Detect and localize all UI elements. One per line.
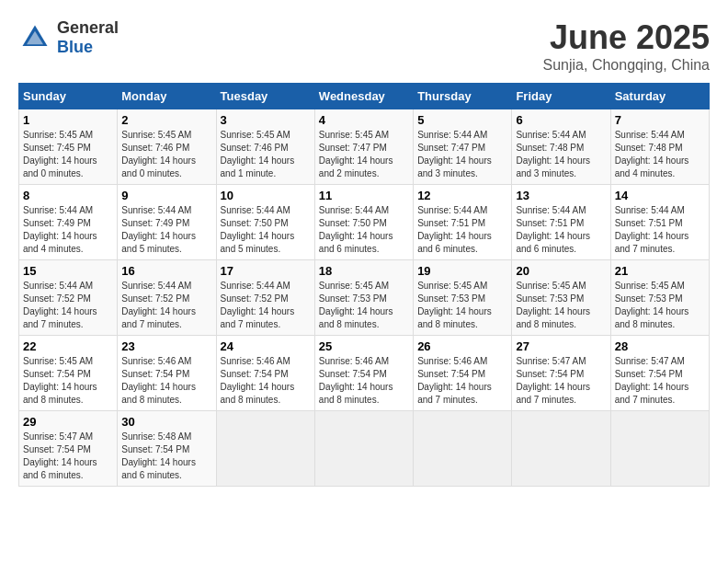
day-number: 6 [516, 113, 606, 127]
day-cell: 2 Sunrise: 5:45 AM Sunset: 7:46 PM Dayli… [118, 109, 216, 185]
day-number: 30 [121, 415, 211, 429]
day-cell: 19 Sunrise: 5:45 AM Sunset: 7:53 PM Dayl… [414, 260, 512, 336]
day-cell: 14 Sunrise: 5:44 AM Sunset: 7:51 PM Dayl… [610, 185, 709, 260]
day-number: 26 [417, 339, 507, 353]
day-number: 25 [319, 339, 409, 353]
table-row: 22 Sunrise: 5:45 AM Sunset: 7:54 PM Dayl… [19, 336, 710, 411]
month-title: June 2025 [543, 18, 710, 57]
calendar-table: Sunday Monday Tuesday Wednesday Thursday… [18, 83, 710, 487]
day-cell: 6 Sunrise: 5:44 AM Sunset: 7:48 PM Dayli… [512, 109, 610, 185]
day-cell: 12 Sunrise: 5:44 AM Sunset: 7:51 PM Dayl… [414, 185, 512, 260]
day-cell: 30 Sunrise: 5:48 AM Sunset: 7:54 PM Dayl… [118, 411, 216, 487]
day-cell: 9 Sunrise: 5:44 AM Sunset: 7:49 PM Dayli… [118, 185, 216, 260]
day-number: 18 [319, 264, 409, 278]
day-info: Sunrise: 5:45 AM Sunset: 7:46 PM Dayligh… [121, 129, 211, 180]
day-number: 16 [121, 264, 211, 278]
day-info: Sunrise: 5:44 AM Sunset: 7:49 PM Dayligh… [121, 204, 211, 256]
day-cell: 4 Sunrise: 5:45 AM Sunset: 7:47 PM Dayli… [314, 109, 413, 185]
day-cell: 26 Sunrise: 5:46 AM Sunset: 7:54 PM Dayl… [414, 336, 512, 411]
day-info: Sunrise: 5:45 AM Sunset: 7:54 PM Dayligh… [23, 355, 113, 407]
day-info: Sunrise: 5:47 AM Sunset: 7:54 PM Dayligh… [23, 431, 113, 482]
empty-cell [610, 411, 709, 487]
day-info: Sunrise: 5:46 AM Sunset: 7:54 PM Dayligh… [221, 355, 311, 407]
day-number: 19 [417, 264, 507, 278]
day-cell: 8 Sunrise: 5:44 AM Sunset: 7:49 PM Dayli… [19, 185, 118, 260]
day-cell: 13 Sunrise: 5:44 AM Sunset: 7:51 PM Dayl… [512, 185, 610, 260]
header-saturday: Saturday [610, 84, 709, 109]
day-number: 5 [417, 113, 507, 127]
location-title: Sunjia, Chongqing, China [543, 57, 710, 74]
table-row: 29 Sunrise: 5:47 AM Sunset: 7:54 PM Dayl… [19, 411, 710, 487]
empty-cell [414, 411, 512, 487]
day-number: 10 [221, 189, 311, 202]
day-info: Sunrise: 5:44 AM Sunset: 7:49 PM Dayligh… [23, 204, 113, 256]
day-number: 14 [615, 189, 705, 202]
day-number: 28 [615, 339, 705, 353]
day-info: Sunrise: 5:47 AM Sunset: 7:54 PM Dayligh… [615, 355, 705, 407]
day-info: Sunrise: 5:46 AM Sunset: 7:54 PM Dayligh… [121, 355, 211, 407]
day-number: 12 [417, 189, 507, 202]
day-info: Sunrise: 5:44 AM Sunset: 7:52 PM Dayligh… [121, 280, 211, 331]
header: General Blue June 2025 Sunjia, Chongqing… [18, 18, 710, 74]
table-row: 8 Sunrise: 5:44 AM Sunset: 7:49 PM Dayli… [19, 185, 710, 260]
day-cell: 3 Sunrise: 5:45 AM Sunset: 7:46 PM Dayli… [216, 109, 314, 185]
day-number: 3 [221, 113, 311, 127]
day-info: Sunrise: 5:44 AM Sunset: 7:51 PM Dayligh… [615, 204, 705, 256]
day-info: Sunrise: 5:45 AM Sunset: 7:45 PM Dayligh… [23, 129, 113, 180]
day-number: 21 [615, 264, 705, 278]
day-cell: 11 Sunrise: 5:44 AM Sunset: 7:50 PM Dayl… [314, 185, 413, 260]
header-monday: Monday [118, 84, 216, 109]
day-cell: 23 Sunrise: 5:46 AM Sunset: 7:54 PM Dayl… [118, 336, 216, 411]
day-info: Sunrise: 5:44 AM Sunset: 7:50 PM Dayligh… [319, 204, 409, 256]
day-info: Sunrise: 5:45 AM Sunset: 7:53 PM Dayligh… [615, 280, 705, 331]
logo-text-general: General [57, 18, 119, 37]
day-info: Sunrise: 5:48 AM Sunset: 7:54 PM Dayligh… [121, 431, 211, 482]
day-cell: 7 Sunrise: 5:44 AM Sunset: 7:48 PM Dayli… [610, 109, 709, 185]
table-row: 15 Sunrise: 5:44 AM Sunset: 7:52 PM Dayl… [19, 260, 710, 336]
day-number: 24 [221, 339, 311, 353]
empty-cell [216, 411, 314, 487]
day-cell: 15 Sunrise: 5:44 AM Sunset: 7:52 PM Dayl… [19, 260, 118, 336]
day-number: 11 [319, 189, 409, 202]
header-thursday: Thursday [414, 84, 512, 109]
day-cell: 5 Sunrise: 5:44 AM Sunset: 7:47 PM Dayli… [414, 109, 512, 185]
logo-icon [18, 21, 51, 54]
header-sunday: Sunday [19, 84, 118, 109]
day-cell: 16 Sunrise: 5:44 AM Sunset: 7:52 PM Dayl… [118, 260, 216, 336]
day-cell: 22 Sunrise: 5:45 AM Sunset: 7:54 PM Dayl… [19, 336, 118, 411]
day-info: Sunrise: 5:45 AM Sunset: 7:46 PM Dayligh… [221, 129, 311, 180]
day-number: 29 [23, 415, 113, 429]
day-number: 22 [23, 339, 113, 353]
day-info: Sunrise: 5:44 AM Sunset: 7:52 PM Dayligh… [23, 280, 113, 331]
logo: General Blue [18, 18, 119, 57]
day-cell: 21 Sunrise: 5:45 AM Sunset: 7:53 PM Dayl… [610, 260, 709, 336]
empty-cell [314, 411, 413, 487]
day-info: Sunrise: 5:44 AM Sunset: 7:47 PM Dayligh… [417, 129, 507, 180]
calendar-header: Sunday Monday Tuesday Wednesday Thursday… [19, 84, 710, 109]
day-info: Sunrise: 5:45 AM Sunset: 7:53 PM Dayligh… [516, 280, 606, 331]
empty-cell [512, 411, 610, 487]
header-wednesday: Wednesday [314, 84, 413, 109]
day-info: Sunrise: 5:45 AM Sunset: 7:53 PM Dayligh… [319, 280, 409, 331]
title-area: June 2025 Sunjia, Chongqing, China [543, 18, 710, 74]
day-number: 9 [121, 189, 211, 202]
day-info: Sunrise: 5:44 AM Sunset: 7:48 PM Dayligh… [516, 129, 606, 180]
day-info: Sunrise: 5:46 AM Sunset: 7:54 PM Dayligh… [417, 355, 507, 407]
header-friday: Friday [512, 84, 610, 109]
day-number: 1 [23, 113, 113, 127]
logo-text-blue: Blue [57, 38, 93, 56]
day-info: Sunrise: 5:44 AM Sunset: 7:52 PM Dayligh… [221, 280, 311, 331]
day-cell: 27 Sunrise: 5:47 AM Sunset: 7:54 PM Dayl… [512, 336, 610, 411]
day-info: Sunrise: 5:46 AM Sunset: 7:54 PM Dayligh… [319, 355, 409, 407]
table-row: 1 Sunrise: 5:45 AM Sunset: 7:45 PM Dayli… [19, 109, 710, 185]
day-number: 23 [121, 339, 211, 353]
day-cell: 20 Sunrise: 5:45 AM Sunset: 7:53 PM Dayl… [512, 260, 610, 336]
day-info: Sunrise: 5:44 AM Sunset: 7:48 PM Dayligh… [615, 129, 705, 180]
day-number: 20 [516, 264, 606, 278]
day-info: Sunrise: 5:45 AM Sunset: 7:47 PM Dayligh… [319, 129, 409, 180]
day-info: Sunrise: 5:44 AM Sunset: 7:51 PM Dayligh… [516, 204, 606, 256]
calendar-body: 1 Sunrise: 5:45 AM Sunset: 7:45 PM Dayli… [19, 109, 710, 487]
day-number: 13 [516, 189, 606, 202]
day-cell: 1 Sunrise: 5:45 AM Sunset: 7:45 PM Dayli… [19, 109, 118, 185]
day-number: 8 [23, 189, 113, 202]
